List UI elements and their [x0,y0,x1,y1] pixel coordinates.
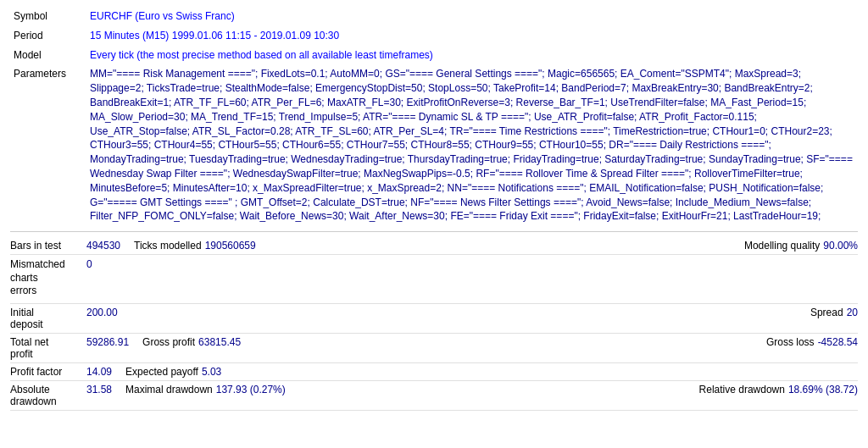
factor-row: Profit factor14.09Expected payoff5.03 [10,363,858,381]
profit-row: Total net profit59286.91Gross profit6381… [10,334,858,363]
modelling-quality-value: 90.00% [823,240,858,252]
gross-profit-value: 63815.45 [198,336,766,348]
gross-loss-value: -4528.54 [818,336,858,348]
maximal-drawdown-value: 137.93 (0.27%) [216,384,699,395]
profit-factor-value: 14.09 [86,366,112,378]
relative-drawdown-value: 18.69% (38.72) [788,384,858,395]
symbol-value: EURCHF (Euro vs Swiss Franc) [86,7,858,26]
model-value: Every tick (the most precise method base… [86,46,858,65]
bars-label: Bars in test [10,240,86,252]
model-row: Model Every tick (the most precise metho… [10,46,858,65]
period-row: Period 15 Minutes (M15) 1999.01.06 11:15… [10,26,858,46]
divider-1 [10,231,858,232]
params-row: Parameters MM="==== Risk Management ====… [10,64,858,226]
deposit-row: Initial deposit200.00Spread20 [10,304,858,334]
ticks-label: Ticks modelled [134,240,202,252]
total-net-profit-value: 59286.91 [86,336,129,348]
main-container: Symbol EURCHF (Euro vs Swiss Franc) Peri… [0,0,868,418]
mismatched-label: Mismatched charts errors [10,258,86,298]
modelling-quality-label: Modelling quality [744,240,820,252]
profit-factor-label: Profit factor [10,366,86,378]
gross-profit-label: Gross profit [142,336,195,348]
expected-payoff-value: 5.03 [202,366,221,378]
stats-section: Bars in test494530Ticks modelled19056065… [10,237,858,411]
initial-deposit-value: 200.00 [86,307,810,318]
symbol-label: Symbol [10,7,86,26]
absolute-drawdown-value: 31.58 [86,384,112,395]
info-table: Symbol EURCHF (Euro vs Swiss Franc) Peri… [10,7,858,226]
period-value: 15 Minutes (M15) 1999.01.06 11:15 - 2019… [86,26,858,46]
symbol-row: Symbol EURCHF (Euro vs Swiss Franc) [10,7,858,26]
absolute-drawdown-label: Absolute drawdown [10,384,86,407]
model-label: Model [10,46,86,65]
drawdown-row: Absolute drawdown31.58Maximal drawdown13… [10,381,858,411]
total-net-profit-label: Total net profit [10,336,86,360]
relative-drawdown-label: Relative drawdown [699,384,785,395]
spread-label: Spread [810,307,843,318]
bars-value: 494530 [86,240,120,252]
params-label: Parameters [10,64,86,226]
params-value: MM="==== Risk Management ===="; FixedLot… [86,64,858,226]
mismatched-row: Mismatched charts errors 0 [10,255,858,304]
bars-row: Bars in test494530Ticks modelled19056065… [10,237,858,255]
mismatched-value: 0 [86,258,92,298]
ticks-value: 190560659 [205,240,744,252]
period-label: Period [10,26,86,46]
spread-value: 20 [847,307,858,318]
maximal-drawdown-label: Maximal drawdown [125,384,213,395]
expected-payoff-label: Expected payoff [125,366,198,378]
initial-deposit-label: Initial deposit [10,307,86,330]
gross-loss-label: Gross loss [766,336,815,348]
